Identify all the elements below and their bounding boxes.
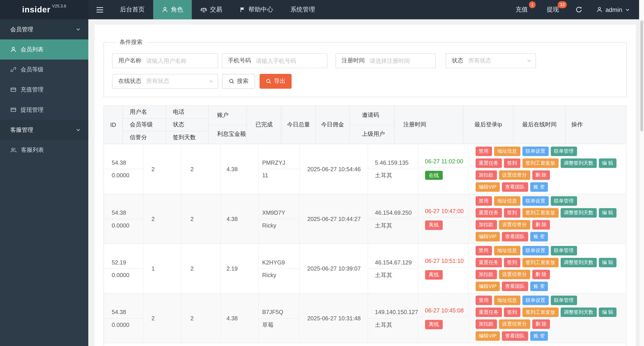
- action-button[interactable]: 加扣款: [476, 320, 497, 329]
- withdraw-menu-item[interactable]: 提现 12: [537, 0, 568, 19]
- action-button[interactable]: 地址信息: [494, 296, 520, 305]
- action-button[interactable]: 删 除: [532, 270, 550, 279]
- username-input[interactable]: [146, 58, 218, 64]
- tab-label: 系统管理: [290, 6, 315, 14]
- tab-help-center[interactable]: 帮助中心: [231, 0, 282, 19]
- action-button[interactable]: 签到: [504, 308, 520, 317]
- action-button[interactable]: 设置信誉分: [499, 270, 530, 279]
- action-button[interactable]: 联单管理: [550, 146, 577, 156]
- action-button[interactable]: 编辑VIP: [476, 182, 500, 192]
- tab-roles[interactable]: 角色: [153, 0, 192, 19]
- search-button[interactable]: 搜索: [222, 74, 255, 89]
- action-button[interactable]: 查看团队: [502, 232, 528, 242]
- action-button[interactable]: 签到工资发放: [522, 208, 558, 218]
- action-button[interactable]: 禁用: [476, 296, 492, 305]
- action-button[interactable]: 编 辑: [599, 258, 616, 268]
- action-button[interactable]: 联单管理: [550, 196, 577, 206]
- tab-dashboard[interactable]: 后台首页: [111, 0, 153, 19]
- member-level: 2: [143, 313, 155, 324]
- online-status-select[interactable]: 所有状态: [146, 78, 218, 85]
- action-button[interactable]: 编辑VIP: [476, 232, 500, 242]
- action-button[interactable]: 调整签到天数: [560, 158, 596, 168]
- invite-code: XM9D7Y: [259, 206, 300, 219]
- last-online-stack: 06-27 11:02:00 在线: [418, 155, 468, 183]
- action-button[interactable]: 删 除: [532, 170, 550, 180]
- tab-system-management[interactable]: 系统管理: [282, 0, 324, 19]
- header-line: 今日佣金: [316, 106, 349, 144]
- action-button[interactable]: 账 变: [530, 182, 548, 192]
- action-button[interactable]: 签到: [504, 258, 520, 268]
- action-button[interactable]: 联单设置: [522, 246, 549, 256]
- action-button[interactable]: 账 变: [530, 331, 548, 341]
- action-button[interactable]: 编 辑: [599, 308, 616, 317]
- action-button[interactable]: 设置信誉分: [499, 320, 530, 329]
- action-button[interactable]: 联单管理: [550, 246, 577, 256]
- action-button[interactable]: 签到工资发放: [522, 158, 558, 168]
- action-button[interactable]: 加扣款: [476, 170, 497, 180]
- status-select[interactable]: 所有状态: [468, 57, 536, 64]
- action-button[interactable]: 删 除: [532, 220, 550, 230]
- member-balance: 54.38: [104, 156, 143, 169]
- sidebar-item-member-level[interactable]: 会员等级: [0, 60, 88, 80]
- action-button[interactable]: 重置任务: [476, 308, 502, 317]
- cell-register-time: 2025-06-27 10:44:27: [300, 194, 368, 244]
- action-button[interactable]: 调整签到天数: [560, 308, 596, 317]
- status-badge: 离线: [425, 320, 442, 329]
- action-button[interactable]: 地址信息: [494, 246, 520, 256]
- export-button[interactable]: 导出: [260, 74, 292, 89]
- action-button[interactable]: 查看团队: [502, 182, 528, 192]
- page-scrollbar[interactable]: [639, 0, 644, 346]
- action-button[interactable]: 重置任务: [476, 258, 502, 268]
- refresh-button[interactable]: [568, 0, 590, 19]
- sidebar-group-member-management[interactable]: 会员管理: [0, 19, 88, 40]
- action-button[interactable]: 编 辑: [599, 158, 616, 168]
- action-button[interactable]: 删 除: [532, 320, 550, 329]
- action-button[interactable]: 地址信息: [494, 196, 520, 206]
- action-button[interactable]: 禁用: [476, 246, 492, 256]
- action-line: 编辑VIP查看团队账 变: [476, 331, 548, 341]
- action-button[interactable]: 加扣款: [476, 220, 497, 230]
- action-button[interactable]: 加扣款: [476, 270, 497, 279]
- header-line: 最后登录ip: [463, 106, 513, 144]
- action-button[interactable]: 联单设置: [522, 146, 549, 156]
- sidebar-item-withdraw-management[interactable]: 提现管理: [0, 100, 88, 120]
- action-button[interactable]: 禁用: [476, 196, 492, 206]
- tab-trade[interactable]: 交易: [192, 0, 231, 19]
- action-button[interactable]: 查看团队: [502, 331, 528, 341]
- action-button[interactable]: 调整签到天数: [560, 258, 596, 268]
- action-button[interactable]: 编辑VIP: [476, 331, 500, 341]
- sidebar-item-service-list[interactable]: 客服列表: [0, 140, 88, 160]
- sidebar-item-member-list[interactable]: 会员列表: [0, 40, 88, 60]
- action-button[interactable]: 联单设置: [522, 296, 549, 305]
- action-button[interactable]: 设置信誉分: [499, 220, 530, 230]
- action-button[interactable]: 编 辑: [599, 208, 616, 218]
- member-interest-amount: 0.0000: [104, 219, 143, 231]
- action-button[interactable]: 禁用: [476, 146, 492, 156]
- action-button[interactable]: 地址信息: [494, 146, 520, 156]
- action-button[interactable]: 账 变: [530, 232, 548, 242]
- action-button[interactable]: 重置任务: [476, 158, 502, 168]
- last-login-ip: 46.154.69.250: [368, 206, 418, 219]
- user-menu[interactable]: admin: [590, 0, 639, 19]
- action-button[interactable]: 签到工资发放: [522, 308, 558, 317]
- action-button[interactable]: 重置任务: [476, 208, 502, 218]
- action-button[interactable]: 调整签到天数: [560, 208, 596, 218]
- register-time-input[interactable]: [370, 58, 435, 64]
- action-button[interactable]: 账 变: [530, 282, 548, 291]
- action-button[interactable]: 签到: [504, 208, 520, 218]
- action-button[interactable]: 签到: [504, 158, 520, 168]
- action-button[interactable]: 联单管理: [551, 296, 577, 305]
- sidebar-toggle-button[interactable]: [88, 0, 111, 19]
- action-button[interactable]: 签到工资发放: [522, 258, 558, 268]
- tab-label: 后台首页: [120, 6, 144, 14]
- recharge-menu-item[interactable]: 充值 1: [506, 0, 538, 19]
- action-button[interactable]: 联单设置: [522, 196, 549, 206]
- sidebar-group-label: 客服管理: [10, 126, 33, 134]
- scrollbar-thumb[interactable]: [640, 20, 643, 131]
- sidebar-group-service-management[interactable]: 客服管理: [0, 120, 88, 140]
- phone-input[interactable]: [256, 58, 327, 64]
- action-button[interactable]: 编辑VIP: [476, 282, 500, 291]
- sidebar-item-recharge-management[interactable]: 充值管理: [0, 80, 88, 100]
- action-button[interactable]: 设置信誉分: [499, 170, 530, 180]
- action-button[interactable]: 查看团队: [502, 282, 528, 291]
